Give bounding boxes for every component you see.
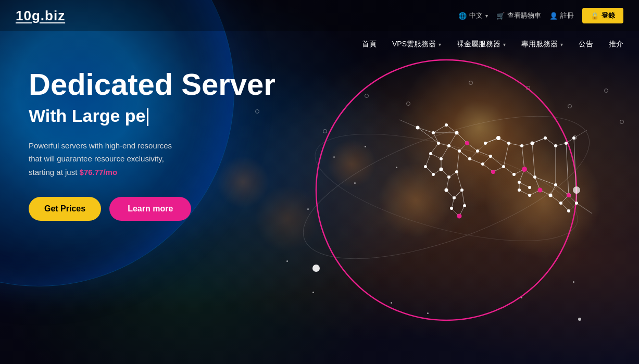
svg-line-62 [504, 143, 509, 167]
svg-point-131 [567, 193, 571, 197]
svg-line-58 [462, 190, 465, 206]
svg-line-70 [556, 143, 566, 146]
nav-item-referral[interactable]: 推介 [609, 40, 623, 49]
svg-point-90 [496, 136, 500, 140]
svg-point-119 [447, 175, 450, 179]
svg-point-89 [484, 142, 487, 145]
svg-line-51 [446, 177, 449, 190]
login-button[interactable]: 🔒 登錄 [582, 8, 623, 23]
svg-line-59 [478, 143, 485, 151]
svg-line-12 [431, 154, 441, 159]
svg-point-129 [491, 170, 495, 174]
get-prices-button[interactable]: Get Prices [29, 197, 101, 221]
svg-line-10 [418, 128, 438, 143]
site-logo[interactable]: 10g.biz [16, 8, 65, 24]
svg-line-4 [433, 125, 446, 133]
hero-buttons: Get Prices Learn more [29, 197, 275, 221]
svg-point-112 [559, 202, 562, 205]
svg-point-121 [445, 189, 448, 192]
svg-point-115 [567, 209, 570, 212]
svg-point-116 [424, 165, 427, 168]
svg-line-135 [577, 203, 592, 214]
lock-icon: 🔒 [591, 12, 599, 20]
svg-line-44 [425, 154, 431, 167]
svg-point-83 [429, 152, 432, 155]
svg-point-122 [453, 196, 456, 199]
svg-line-54 [457, 172, 462, 190]
typing-cursor [147, 108, 148, 126]
svg-point-127 [465, 141, 469, 145]
svg-line-9 [449, 133, 457, 146]
svg-point-120 [455, 170, 458, 173]
svg-line-38 [550, 195, 561, 203]
svg-point-1 [305, 112, 588, 262]
svg-point-123 [460, 189, 463, 192]
svg-line-137 [399, 120, 418, 128]
svg-point-110 [549, 194, 553, 197]
svg-point-101 [502, 165, 505, 168]
top-links: 🌐 中文 ▾ 🛒 查看購物車 👤 註冊 🔒 登錄 [458, 8, 623, 23]
svg-line-71 [566, 143, 569, 195]
globe-svg [285, 42, 608, 333]
svg-point-111 [554, 183, 557, 186]
hero-description: Powerful servers with high-end resources… [29, 139, 247, 179]
svg-point-126 [463, 204, 466, 207]
nav-item-announcements[interactable]: 公告 [579, 40, 593, 49]
svg-point-133 [312, 265, 320, 272]
svg-point-108 [528, 194, 531, 197]
svg-point-102 [512, 173, 516, 176]
svg-point-98 [481, 162, 484, 166]
nav-item-dedicated[interactable]: 專用服務器 ▾ [521, 40, 563, 49]
nav-item-bare-metal[interactable]: 裸金屬服務器 ▾ [457, 40, 506, 49]
svg-line-75 [485, 138, 498, 143]
dropdown-arrow: ▾ [485, 13, 488, 19]
language-selector[interactable]: 🌐 中文 ▾ [458, 11, 488, 20]
learn-more-button[interactable]: Learn more [109, 197, 191, 221]
svg-point-81 [437, 142, 440, 145]
svg-point-82 [447, 144, 450, 147]
cart-icon: 🛒 [496, 12, 505, 20]
svg-line-3 [418, 128, 433, 133]
register-link[interactable]: 👤 註冊 [549, 11, 574, 20]
svg-line-21 [483, 156, 491, 164]
svg-point-84 [440, 157, 443, 160]
svg-line-136 [574, 130, 587, 138]
svg-line-26 [504, 167, 514, 174]
svg-line-5 [446, 125, 457, 133]
hero-content: Dedicated Server With Large pe Powerful … [29, 68, 275, 221]
svg-point-132 [457, 214, 462, 219]
svg-point-118 [440, 168, 443, 171]
svg-point-79 [445, 123, 448, 127]
svg-point-105 [528, 186, 531, 189]
svg-point-106 [533, 175, 536, 179]
header: 10g.biz 🌐 中文 ▾ 🛒 查看購物車 👤 註冊 🔒 登錄 [0, 0, 639, 31]
svg-line-64 [522, 146, 524, 169]
svg-point-87 [468, 157, 471, 160]
svg-line-11 [431, 143, 438, 154]
svg-point-130 [538, 188, 543, 193]
svg-line-45 [425, 167, 433, 174]
svg-line-25 [491, 156, 504, 167]
nav-item-home[interactable]: 首頁 [362, 40, 377, 49]
svg-point-93 [531, 142, 534, 145]
svg-point-99 [489, 155, 492, 158]
svg-point-104 [518, 181, 521, 184]
user-icon: 👤 [549, 12, 558, 20]
svg-point-124 [450, 207, 453, 210]
svg-line-55 [452, 198, 454, 208]
svg-point-134 [573, 186, 580, 194]
cart-link[interactable]: 🛒 查看購物車 [496, 11, 541, 20]
svg-point-109 [518, 189, 521, 192]
svg-line-66 [532, 143, 535, 177]
nav-item-vps[interactable]: VPS雲服務器 ▾ [392, 40, 441, 49]
globe-visualization [285, 42, 608, 333]
hero-section: 10g.biz 🌐 中文 ▾ 🛒 查看購物車 👤 註冊 🔒 登錄 首頁 [0, 0, 639, 364]
svg-point-78 [432, 131, 435, 134]
svg-line-40 [556, 185, 569, 195]
svg-line-74 [532, 138, 545, 143]
svg-line-37 [535, 177, 556, 185]
svg-line-50 [457, 151, 459, 172]
svg-point-80 [455, 131, 459, 135]
svg-point-128 [522, 167, 527, 172]
hero-subtitle: With Large pe [29, 105, 275, 127]
